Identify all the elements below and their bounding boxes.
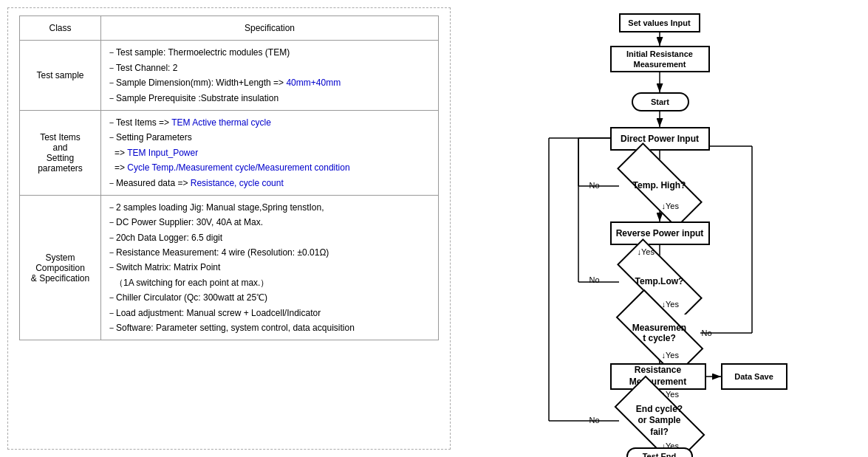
- row-spec-system: －2 samples loading Jig: Manual stage,Spr…: [101, 195, 439, 340]
- row-class-test-sample: Test sample: [20, 41, 101, 111]
- row-spec-test-sample: －Test sample: Thermoelectric modules (TE…: [101, 41, 439, 111]
- label-no-measurement: No: [702, 329, 712, 337]
- label-no-temp-low: No: [590, 275, 600, 284]
- row-spec-test-items: －Test Items => TEM Active thermal cycle …: [101, 110, 439, 195]
- node-temp-high: Temp. High?: [619, 168, 700, 202]
- row-class-system: System Composition & Specification: [20, 195, 101, 340]
- spec-table: Class Specification Test sample －Test sa…: [19, 16, 439, 340]
- node-reverse-power: Reverse Power input: [610, 221, 710, 245]
- node-resistance-measurement: Resistance Measurement: [610, 363, 706, 390]
- table-row: System Composition & Specification －2 sa…: [20, 195, 439, 340]
- label-yes-temp-low: ↓Yes: [662, 300, 679, 309]
- node-temp-low: Temp.Low?: [619, 264, 700, 298]
- label-yes-measurement: ↓Yes: [662, 351, 679, 360]
- node-start: Start: [632, 92, 689, 111]
- flowchart: Set values Input Initial Resistance Meas…: [523, 7, 804, 450]
- label-no-end-cycle: No: [590, 416, 600, 425]
- node-end-cycle: End cycle? or Sample fail?: [619, 400, 700, 441]
- label-yes-temp-high: ↓Yes: [662, 202, 679, 210]
- node-measurement-cycle: Measuremen t cycle?: [619, 315, 700, 351]
- row-class-test-items: Test Items and Setting parameters: [20, 110, 101, 195]
- node-set-values: Set values Input: [619, 13, 700, 32]
- node-initial-resistance: Initial Resistance Measurement: [610, 46, 710, 72]
- label-yes-reverse: ↓Yes: [638, 247, 655, 256]
- table-header-class: Class: [20, 16, 101, 41]
- spec-table-section: Class Specification Test sample －Test sa…: [7, 7, 451, 450]
- label-no-temp-high: No: [590, 181, 600, 190]
- node-direct-power: Direct Power Input: [610, 127, 710, 151]
- flowchart-section: Set values Input Initial Resistance Meas…: [458, 0, 868, 457]
- table-row: Test sample －Test sample: Thermoelectric…: [20, 41, 439, 111]
- table-header-spec: Specification: [101, 16, 439, 41]
- table-row: Test Items and Setting parameters －Test …: [20, 110, 439, 195]
- node-test-end: Test End: [626, 447, 693, 457]
- node-data-save: Data Save: [721, 363, 787, 390]
